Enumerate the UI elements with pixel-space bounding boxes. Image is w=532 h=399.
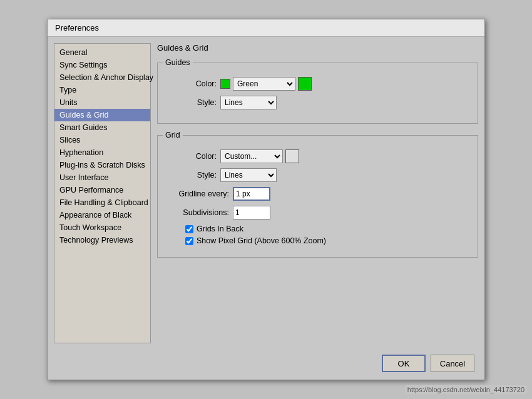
main-content: Guides & Grid Guides Color: Green Cyan B…	[157, 43, 478, 343]
sidebar-item-touch-workspace[interactable]: Touch Workspace	[54, 221, 150, 234]
grids-in-back-checkbox[interactable]	[185, 225, 193, 233]
grid-style-label: Style:	[166, 171, 217, 179]
dialog-footer: OK Cancel	[48, 350, 484, 380]
guides-style-select[interactable]: Lines Dots	[220, 96, 277, 109]
guides-group: Guides Color: Green Cyan Blue Red Yellow…	[157, 63, 478, 124]
guides-style-label: Style:	[166, 98, 217, 107]
grid-group: Grid Color: Custom... Cyan Green Blue Re…	[157, 135, 478, 258]
watermark: https://blog.csdn.net/weixin_44173720	[405, 385, 527, 394]
guides-color-wrapper: Green Cyan Blue Red Yellow Custom...	[220, 77, 312, 91]
sidebar-item-sync-settings[interactable]: Sync Settings	[54, 59, 150, 71]
cancel-button[interactable]: Cancel	[431, 355, 474, 372]
ok-button[interactable]: OK	[382, 355, 426, 372]
sidebar-item-units[interactable]: Units	[54, 96, 150, 109]
grid-color-swatch[interactable]	[285, 149, 299, 163]
show-pixel-grid-checkbox[interactable]	[185, 237, 193, 245]
sidebar: GeneralSync SettingsSelection & Anchor D…	[54, 43, 151, 343]
guides-color-select[interactable]: Green Cyan Blue Red Yellow Custom...	[233, 77, 295, 91]
grid-color-row: Color: Custom... Cyan Green Blue Red Yel…	[166, 149, 469, 163]
preferences-dialog: Preferences GeneralSync SettingsSelectio…	[47, 19, 485, 380]
subdivisions-row: Subdivisions:	[166, 206, 469, 220]
sidebar-item-guides-grid[interactable]: Guides & Grid	[54, 109, 150, 121]
subdivisions-input[interactable]	[233, 206, 270, 220]
dialog-titlebar: Preferences	[48, 19, 484, 37]
sidebar-item-slices[interactable]: Slices	[54, 134, 150, 146]
sidebar-item-file-handling[interactable]: File Handling & Clipboard	[54, 196, 150, 209]
section-title: Guides & Grid	[157, 43, 478, 53]
gridline-label: Gridline every:	[166, 189, 229, 198]
sidebar-item-general[interactable]: General	[54, 46, 150, 59]
sidebar-item-technology-previews[interactable]: Technology Previews	[54, 234, 150, 246]
sidebar-item-plugins[interactable]: Plug-ins & Scratch Disks	[54, 159, 150, 171]
guides-color-icon	[220, 79, 230, 89]
grid-legend: Grid	[163, 131, 183, 139]
guides-color-row: Color: Green Cyan Blue Red Yellow Custom…	[166, 77, 469, 91]
grid-color-label: Color:	[166, 152, 217, 161]
show-pixel-grid-label: Show Pixel Grid (Above 600% Zoom)	[197, 236, 326, 245]
guides-style-row: Style: Lines Dots	[166, 96, 469, 109]
guides-color-label: Color:	[166, 79, 217, 88]
gridline-row: Gridline every:	[166, 187, 469, 201]
sidebar-item-appearance-black[interactable]: Appearance of Black	[54, 209, 150, 221]
grid-style-select[interactable]: Lines Dots	[220, 168, 277, 182]
gridline-input[interactable]	[233, 187, 270, 201]
subdivisions-label: Subdivisions:	[166, 208, 229, 217]
grid-color-wrapper: Custom... Cyan Green Blue Red Yellow	[220, 149, 299, 163]
dialog-body: GeneralSync SettingsSelection & Anchor D…	[48, 37, 484, 350]
grid-style-row: Style: Lines Dots	[166, 168, 469, 182]
guides-color-swatch[interactable]	[298, 77, 312, 91]
sidebar-item-user-interface[interactable]: User Interface	[54, 171, 150, 184]
grids-in-back-row: Grids In Back	[185, 225, 469, 233]
guides-legend: Guides	[163, 58, 193, 67]
show-pixel-grid-row: Show Pixel Grid (Above 600% Zoom)	[185, 236, 469, 245]
grids-in-back-label: Grids In Back	[197, 225, 243, 233]
sidebar-item-selection-anchor[interactable]: Selection & Anchor Display	[54, 71, 150, 84]
dialog-title: Preferences	[55, 23, 99, 33]
sidebar-item-hyphenation[interactable]: Hyphenation	[54, 146, 150, 159]
sidebar-item-type[interactable]: Type	[54, 84, 150, 96]
sidebar-item-gpu-performance[interactable]: GPU Performance	[54, 184, 150, 196]
sidebar-item-smart-guides[interactable]: Smart Guides	[54, 121, 150, 134]
grid-color-select[interactable]: Custom... Cyan Green Blue Red Yellow	[220, 149, 283, 163]
